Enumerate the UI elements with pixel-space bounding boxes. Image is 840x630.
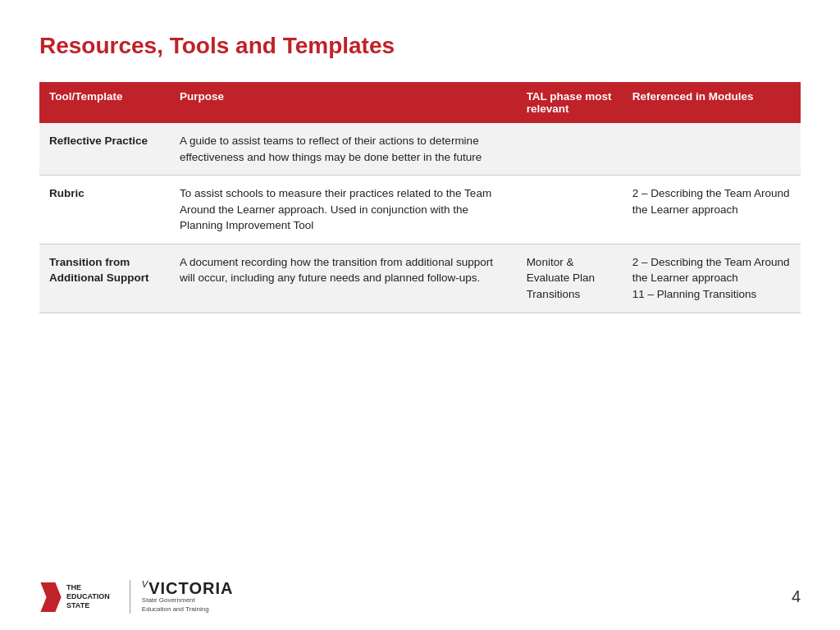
page-number: 4 <box>792 587 801 606</box>
table-row: Reflective PracticeA guide to assist tea… <box>39 123 801 176</box>
cell-tal: Monitor & Evaluate Plan Transitions <box>517 244 623 313</box>
footer-logos: THE EDUCATION STATE VVICTORIA State Gove… <box>39 580 233 614</box>
chevron-icon <box>39 582 62 612</box>
education-state-logo: THE EDUCATION STATE <box>39 582 110 612</box>
victoria-logo: VVICTORIA State Government Education and… <box>130 580 234 614</box>
header-tool: Tool/Template <box>39 82 170 123</box>
resources-table: Tool/Template Purpose TAL phase most rel… <box>39 82 801 313</box>
victoria-name: VVICTORIA <box>142 580 234 596</box>
header-ref: Referenced in Modules <box>623 82 801 123</box>
cell-tal <box>517 176 623 244</box>
cell-purpose: A document recording how the transition … <box>170 244 517 313</box>
footer: THE EDUCATION STATE VVICTORIA State Gove… <box>0 580 840 614</box>
cell-purpose: To assist schools to measure their pract… <box>170 176 517 244</box>
cell-tal <box>517 123 623 176</box>
cell-tool: Rubric <box>39 176 170 244</box>
victoria-sub: State Government Education and Training <box>142 596 209 614</box>
cell-tool: Transition from Additional Support <box>39 244 170 313</box>
cell-ref: 2 – Describing the Team Around the Learn… <box>623 176 801 244</box>
cell-purpose: A guide to assist teams to reflect of th… <box>170 123 517 176</box>
table-row: Transition from Additional SupportA docu… <box>39 244 801 313</box>
page: Resources, Tools and Templates Tool/Temp… <box>0 0 840 630</box>
cell-ref <box>623 123 801 176</box>
svg-marker-0 <box>40 582 61 612</box>
cell-tool: Reflective Practice <box>39 123 170 176</box>
education-state-text: THE EDUCATION STATE <box>66 583 110 609</box>
page-title: Resources, Tools and Templates <box>39 33 801 59</box>
header-tal: TAL phase most relevant <box>517 82 623 123</box>
header-purpose: Purpose <box>170 82 517 123</box>
cell-ref: 2 – Describing the Team Around the Learn… <box>623 244 801 313</box>
table-row: RubricTo assist schools to measure their… <box>39 176 801 244</box>
